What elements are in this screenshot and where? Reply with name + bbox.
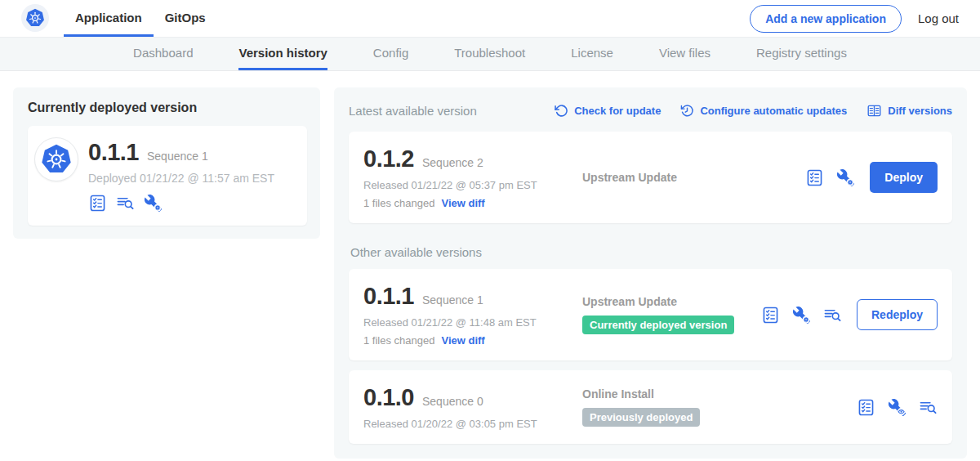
version-source: Online Install Previously deployed <box>569 387 857 427</box>
diff-icon <box>866 103 882 119</box>
version-source: Upstream Update Currently deployed versi… <box>569 295 761 334</box>
config-gear-icon[interactable] <box>144 194 163 213</box>
released-timestamp: Released 01/20/22 @ 03:05 pm EST <box>363 418 569 430</box>
app-subnav: Dashboard Version history Config Trouble… <box>0 38 980 71</box>
deployed-version-card: 0.1.1 Sequence 1 Deployed 01/21/22 @ 11:… <box>28 126 307 226</box>
add-application-button[interactable]: Add a new application <box>750 5 902 33</box>
main-content: Currently deployed version 0.1.1 Sequenc… <box>0 87 980 459</box>
version-card-latest: 0.1.2 Sequence 2 Released 01/21/22 @ 05:… <box>349 132 952 223</box>
app-icon <box>34 137 78 181</box>
deploy-logs-icon[interactable] <box>116 194 135 213</box>
version-actions-group: Deploy <box>805 162 938 193</box>
preflight-checks-icon[interactable] <box>805 168 824 187</box>
configure-automatic-updates-link[interactable]: Configure automatic updates <box>680 104 847 118</box>
subnav-tab-registry-settings[interactable]: Registry settings <box>756 38 847 70</box>
released-timestamp: Released 01/21/22 @ 05:37 pm EST <box>363 179 569 191</box>
tab-application[interactable]: Application <box>64 0 154 37</box>
version-actions-group <box>857 398 938 417</box>
deploy-button[interactable]: Deploy <box>870 162 938 193</box>
latest-version-header: Latest available version Check for updat… <box>349 99 952 122</box>
schedule-update-icon <box>680 104 694 118</box>
subnav-tab-config[interactable]: Config <box>373 38 408 70</box>
version-number: 0.1.1 <box>363 283 414 310</box>
kubernetes-app-icon <box>39 142 74 177</box>
check-for-update-link[interactable]: Check for update <box>555 104 661 118</box>
version-info: 0.1.0 Sequence 0 Released 01/20/22 @ 03:… <box>363 384 569 430</box>
previously-deployed-badge: Previously deployed <box>582 408 700 427</box>
deployed-sequence-label: Sequence 1 <box>147 150 208 163</box>
version-card-0-1-1: 0.1.1 Sequence 1 Released 01/21/22 @ 11:… <box>349 269 952 360</box>
deployed-version-details: 0.1.1 Sequence 1 Deployed 01/21/22 @ 11:… <box>88 137 274 213</box>
source-label: Upstream Update <box>582 295 761 308</box>
files-changed-label: 1 files changed <box>363 197 434 209</box>
preflight-checks-icon[interactable] <box>88 194 107 213</box>
topnav-right: Add a new application Log out <box>750 0 980 37</box>
version-number: 0.1.2 <box>363 145 414 172</box>
subnav-tab-view-files[interactable]: View files <box>659 38 710 70</box>
subnav-tab-version-history[interactable]: Version history <box>238 38 327 70</box>
kubernetes-logo-icon <box>24 7 46 29</box>
view-diff-link[interactable]: View diff <box>441 197 484 209</box>
sequence-label: Sequence 0 <box>422 395 483 408</box>
config-view-icon[interactable] <box>888 398 906 417</box>
top-navbar: Application GitOps Add a new application… <box>0 0 980 38</box>
subnav-tab-dashboard[interactable]: Dashboard <box>133 38 193 70</box>
version-info: 0.1.2 Sequence 2 Released 01/21/22 @ 05:… <box>363 145 569 209</box>
latest-available-heading: Latest available version <box>349 104 477 118</box>
logout-link[interactable]: Log out <box>918 11 959 25</box>
subnav-tab-license[interactable]: License <box>571 38 613 70</box>
kubernetes-logo[interactable] <box>21 4 49 32</box>
source-label: Upstream Update <box>582 171 805 184</box>
currently-deployed-badge: Currently deployed version <box>582 316 734 334</box>
released-timestamp: Released 01/21/22 @ 11:48 am EST <box>363 316 569 329</box>
sequence-label: Sequence 2 <box>422 156 483 169</box>
version-source: Upstream Update <box>569 171 805 184</box>
currently-deployed-title: Currently deployed version <box>28 101 307 115</box>
deployed-timestamp: Deployed 01/21/22 @ 11:57 am EST <box>88 172 274 185</box>
check-for-update-label: Check for update <box>574 105 661 117</box>
source-label: Online Install <box>582 387 857 401</box>
version-card-0-1-0: 0.1.0 Sequence 0 Released 01/20/22 @ 03:… <box>349 370 952 444</box>
deployed-version-number: 0.1.1 <box>88 139 139 166</box>
files-changed-label: 1 files changed <box>363 334 434 347</box>
config-gear-icon[interactable] <box>836 168 855 187</box>
view-diff-link[interactable]: View diff <box>441 334 484 347</box>
files-changed-row: 1 files changed View diff <box>363 197 569 209</box>
sequence-label: Sequence 1 <box>422 293 483 307</box>
version-history-panel: Latest available version Check for updat… <box>334 87 967 459</box>
deploy-logs-icon[interactable] <box>919 398 938 417</box>
version-actions: Check for update Configure automatic upd… <box>555 103 952 119</box>
diff-versions-link[interactable]: Diff versions <box>866 103 952 119</box>
version-info: 0.1.1 Sequence 1 Released 01/21/22 @ 11:… <box>363 283 569 347</box>
subnav-tab-troubleshoot[interactable]: Troubleshoot <box>454 38 525 70</box>
refresh-icon <box>555 104 568 118</box>
deploy-logs-icon[interactable] <box>823 306 842 324</box>
redeploy-button[interactable]: Redeploy <box>857 299 938 330</box>
deployed-actions <box>88 194 274 213</box>
version-number: 0.1.0 <box>363 384 414 411</box>
preflight-checks-icon[interactable] <box>857 398 875 417</box>
diff-versions-label: Diff versions <box>888 105 952 117</box>
currently-deployed-panel: Currently deployed version 0.1.1 Sequenc… <box>13 87 320 239</box>
version-actions-group: Redeploy <box>761 299 938 330</box>
config-gear-icon[interactable] <box>792 306 811 324</box>
top-tabs: Application GitOps <box>64 0 217 37</box>
other-versions-heading: Other available versions <box>350 245 952 259</box>
configure-automatic-updates-label: Configure automatic updates <box>700 105 847 117</box>
tab-gitops[interactable]: GitOps <box>154 0 217 37</box>
preflight-checks-icon[interactable] <box>761 306 780 324</box>
files-changed-row: 1 files changed View diff <box>363 334 569 347</box>
